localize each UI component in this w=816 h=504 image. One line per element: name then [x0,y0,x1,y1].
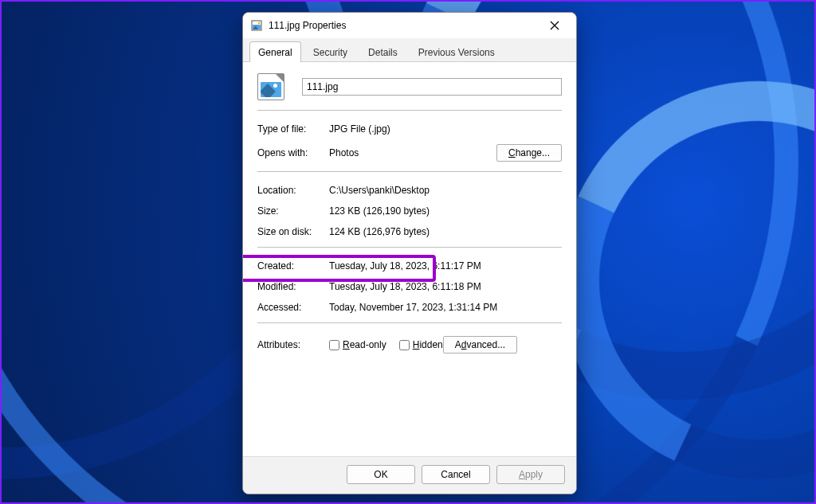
created-value: Tuesday, July 18, 2023, 6:11:17 PM [329,260,562,272]
titlebar: 111.jpg Properties [243,13,576,38]
cancel-button[interactable]: Cancel [422,465,490,484]
accessed-label: Accessed: [257,302,329,313]
apply-button[interactable]: Apply [496,465,565,484]
modified-label: Modified: [257,281,329,292]
readonly-text: ead-only [350,339,386,350]
hidden-checkbox-label[interactable]: Hidden [399,339,443,350]
tab-content: Type of file: JPG File (.jpg) Opens with… [243,62,576,456]
opens-with-label: Opens with: [257,147,329,158]
change-button[interactable]: Change... [496,144,562,162]
tab-bar: General Security Details Previous Versio… [243,38,576,62]
attributes-label: Attributes: [257,339,329,350]
close-button[interactable] [538,14,571,37]
tab-previous-versions[interactable]: Previous Versions [410,41,504,62]
accessed-value: Today, November 17, 2023, 1:31:14 PM [329,302,562,313]
location-label: Location: [257,185,329,196]
filename-input[interactable] [302,78,562,96]
size-row: Size: 123 KB (126,190 bytes) [257,201,562,221]
type-of-file-label: Type of file: [257,123,329,135]
dialog-footer: OK Cancel Apply [243,456,576,494]
close-icon [550,21,559,30]
size-value: 123 KB (126,190 bytes) [329,205,562,217]
tab-details[interactable]: Details [359,41,406,62]
window-title: 111.jpg Properties [269,20,538,31]
readonly-checkbox-label[interactable]: Read-only [329,339,386,350]
hidden-text: idden [419,339,442,350]
tab-general[interactable]: General [249,41,301,62]
hidden-checkbox[interactable] [399,340,410,350]
divider [257,247,562,248]
properties-dialog: 111.jpg Properties General Security Deta… [242,12,577,494]
advanced-button[interactable]: Advanced... [443,336,517,354]
size-on-disk-label: Size on disk: [257,226,329,237]
divider [257,110,562,111]
created-label: Created: [257,260,329,272]
modified-value: Tuesday, July 18, 2023, 6:11:18 PM [329,281,562,292]
readonly-checkbox[interactable] [329,340,339,350]
divider [257,171,562,172]
tab-security[interactable]: Security [304,41,356,62]
size-label: Size: [257,205,329,217]
window-icon [251,20,262,31]
ok-button[interactable]: OK [347,465,415,484]
location-value: C:\Users\panki\Desktop [329,185,562,196]
file-type-icon [257,73,284,100]
type-of-file-value: JPG File (.jpg) [329,123,562,135]
svg-point-2 [258,22,261,25]
divider [257,322,562,323]
size-on-disk-value: 124 KB (126,976 bytes) [329,226,562,237]
opens-with-value: Photos [329,147,496,158]
